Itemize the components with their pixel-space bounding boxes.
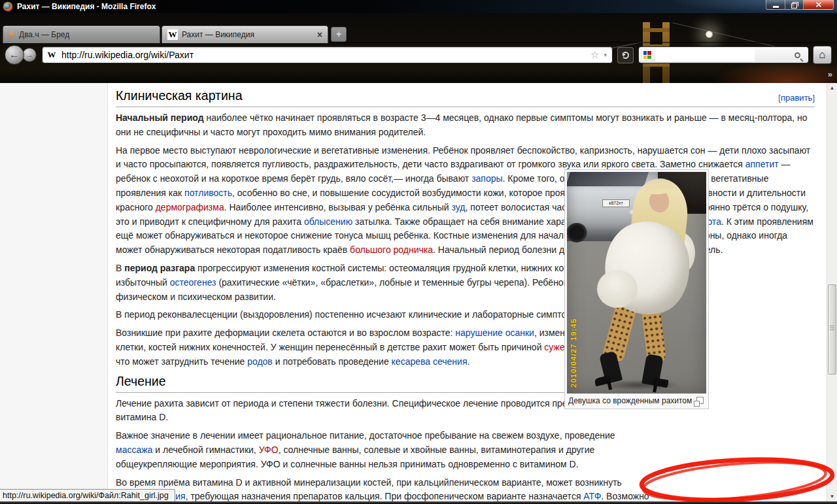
text-run: и потребовать проведение xyxy=(273,356,392,367)
edit-link[interactable]: править xyxy=(781,93,812,103)
search-input[interactable] xyxy=(655,49,755,61)
text-run: Важное значение в лечении имеет рационал… xyxy=(116,430,615,441)
text-run: На первое место выступают неврологически… xyxy=(116,145,810,170)
wiki-link[interactable]: потливость xyxy=(184,188,232,198)
firefox-icon xyxy=(3,2,12,11)
heading-text: Лечение xyxy=(116,374,166,388)
article-image-thumbnail[interactable]: к872хт 2010/04/27 19:45 Девушка со врожд… xyxy=(564,169,709,409)
text-run: и лечебной гимнастики, xyxy=(152,445,258,455)
page-left-margin xyxy=(0,83,107,501)
text-run: В xyxy=(116,263,124,273)
edit-section-link[interactable]: [править] xyxy=(778,92,815,105)
wiki-link[interactable]: нарушение осанки xyxy=(455,328,534,338)
google-icon-part xyxy=(643,51,647,55)
car-windshield-shape xyxy=(567,172,649,186)
site-favicon-wikipedia: W xyxy=(46,50,57,60)
text-run: В период реконвалесценции (выздоровления… xyxy=(116,309,613,320)
google-icon xyxy=(642,50,652,60)
close-button[interactable] xyxy=(804,0,834,10)
minimize-button[interactable] xyxy=(766,0,785,10)
google-icon-part xyxy=(647,56,651,59)
wiki-link[interactable]: кесарева сечения xyxy=(392,356,468,367)
scroll-down-icon[interactable]: ▼ xyxy=(827,494,837,499)
text-run: Во время приёма витамина D и активной ми… xyxy=(116,477,622,488)
reload-button[interactable] xyxy=(617,47,634,63)
minimize-icon xyxy=(773,6,779,8)
bold-text: Начальный период xyxy=(116,112,204,123)
wiki-link[interactable]: АТФ xyxy=(583,491,601,501)
girl-face-shape xyxy=(649,190,669,212)
text-run: . Наиболее интенсивно, вызывая у ребёнка… xyxy=(224,202,452,212)
url-text[interactable]: http://ru.wikipedia.org/wiki/Рахит xyxy=(61,50,586,60)
wiki-link[interactable]: массажа xyxy=(116,445,152,455)
restore-button[interactable] xyxy=(785,0,804,10)
license-plate: к872хт xyxy=(602,199,630,207)
leopard-legging-shape xyxy=(640,302,666,365)
text-run: Лечение рахита зависит от периода и степ… xyxy=(116,398,608,423)
paragraph: На первое место выступают неврологически… xyxy=(116,144,815,258)
wiki-link[interactable]: зуд xyxy=(451,202,465,212)
url-bar[interactable]: W http://ru.wikipedia.org/wiki/Рахит ☆ ▾ xyxy=(42,46,613,63)
browser-chrome: Два.ч — Бред W Рахит — Википедия × + ← →… xyxy=(0,13,837,83)
wiki-red-link[interactable]: большого родничка xyxy=(350,244,433,255)
bookmarks-overflow-chevron-icon[interactable]: » xyxy=(828,69,832,79)
car-shape xyxy=(658,172,706,214)
rickets-girl-photo[interactable]: к872хт 2010/04/27 19:45 xyxy=(567,172,706,394)
url-dropdown-icon[interactable]: ▾ xyxy=(604,52,607,58)
status-link-preview: http://ru.wikipedia.org/wiki/Файл:Rahit_… xyxy=(0,489,175,501)
heading-text: Клиническая картина xyxy=(116,88,243,103)
wiki-red-link[interactable]: дермографизма xyxy=(156,202,224,212)
text-run: . xyxy=(467,356,470,367)
car-headlight-shape xyxy=(630,209,648,216)
tab-close-icon[interactable]: × xyxy=(317,31,322,39)
window-controls xyxy=(766,0,834,10)
image-caption-row: Девушка со врожденным рахитом xyxy=(567,394,706,407)
tab-strip: Два.ч — Бред W Рахит — Википедия × + xyxy=(0,25,837,43)
bracket: ] xyxy=(812,93,815,103)
vertical-scrollbar[interactable]: ▲ ▼ xyxy=(827,83,837,501)
tab-label: Рахит — Википедия xyxy=(182,30,313,39)
bold-text: период разгара xyxy=(124,263,195,273)
boot-shape xyxy=(599,351,623,384)
photo-timestamp: 2010/04/27 19:45 xyxy=(570,296,577,388)
back-button[interactable]: ← xyxy=(5,45,24,65)
new-tab-button[interactable]: + xyxy=(331,27,347,42)
close-icon xyxy=(815,1,822,8)
tab-dvach[interactable]: Два.ч — Бред xyxy=(3,25,160,43)
reload-icon xyxy=(622,52,629,59)
scrollbar-thumb[interactable] xyxy=(828,284,836,375)
paragraph: Важное значение в лечении имеет рационал… xyxy=(116,429,650,471)
google-icon-part xyxy=(643,56,647,59)
tab-label: Два.ч — Бред xyxy=(19,30,154,39)
lightning-icon xyxy=(9,30,15,39)
wiki-link[interactable]: родов xyxy=(247,356,273,367)
fur-coat-shape xyxy=(597,270,638,308)
wiki-link[interactable]: запоры xyxy=(471,173,502,184)
magnify-icon[interactable] xyxy=(696,397,704,404)
leopard-legging-shape xyxy=(601,298,638,365)
bookmark-star-icon[interactable]: ☆ xyxy=(590,50,599,59)
wiki-link[interactable]: остеогенез xyxy=(170,277,216,288)
car-shape: к872хт xyxy=(567,172,662,241)
paragraph: Начальный период наиболее чётко начинает… xyxy=(116,111,815,140)
fur-coat-shape xyxy=(665,232,695,274)
section-heading-clinical: [править] Клиническая картина xyxy=(116,88,815,107)
text-run: , требующая назначения препаратов кальци… xyxy=(186,491,584,501)
forward-button[interactable]: → xyxy=(22,48,37,62)
shadow-shape xyxy=(598,380,681,390)
image-caption: Девушка со врожденным рахитом xyxy=(568,396,694,406)
wiki-red-link[interactable]: УФО xyxy=(259,445,279,455)
girl-hair-fringe-shape xyxy=(645,184,674,196)
paragraph: Во время приёма витамина D и активной ми… xyxy=(116,476,650,501)
wikipedia-icon: W xyxy=(167,29,178,40)
wiki-link[interactable]: аппетит xyxy=(745,159,779,169)
boot-shape xyxy=(641,354,664,386)
search-magnifier-icon[interactable] xyxy=(794,52,800,58)
search-box[interactable] xyxy=(638,46,809,63)
wiki-link[interactable]: облысению xyxy=(304,216,352,227)
home-button[interactable]: ⌂ xyxy=(813,46,832,64)
firefox-window: { "colors": { "link": "#0645ad", "red_li… xyxy=(0,0,837,504)
scroll-up-icon[interactable]: ▲ xyxy=(827,85,837,91)
restore-icon xyxy=(791,2,797,7)
tab-wikipedia-active[interactable]: W Рахит — Википедия × xyxy=(162,25,328,43)
